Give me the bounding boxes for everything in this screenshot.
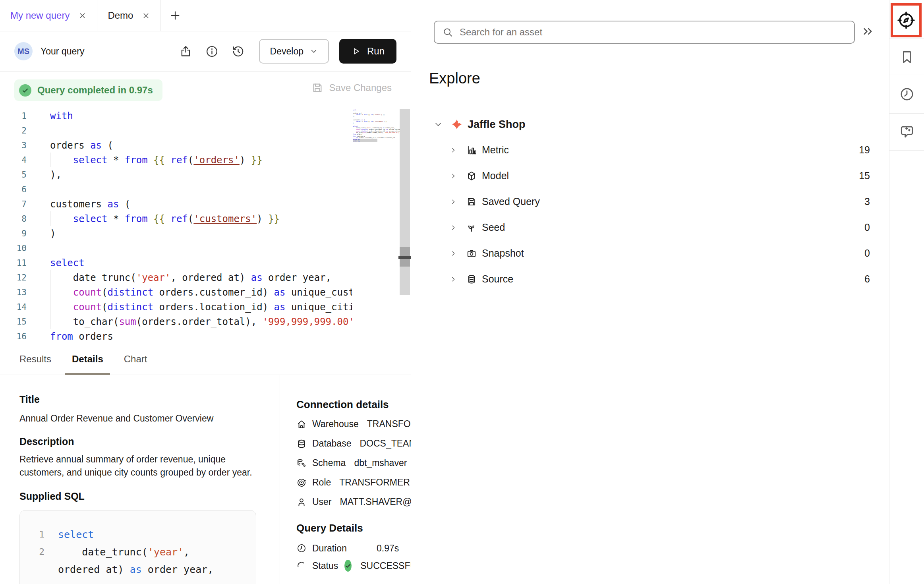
code-line[interactable]: 13 count(distinct orders.customer_id) as… bbox=[0, 285, 411, 300]
code-line[interactable]: 7customers as ( bbox=[0, 197, 411, 211]
tree-item-label: Seed bbox=[482, 222, 505, 233]
save-icon bbox=[311, 82, 323, 94]
code-line[interactable]: 11select bbox=[0, 255, 411, 270]
code-line[interactable]: 9) bbox=[0, 226, 411, 241]
source-icon bbox=[466, 274, 477, 284]
code-line[interactable]: 4 select * from {{ ref('orders') }} bbox=[0, 153, 411, 167]
chevron-right-icon[interactable] bbox=[450, 198, 457, 205]
line-number: 16 bbox=[0, 332, 27, 341]
chevron-right-icon[interactable] bbox=[450, 172, 457, 180]
run-label: Run bbox=[367, 46, 385, 57]
supplied-sql-heading: Supplied SQL bbox=[19, 490, 264, 502]
tree-item-source[interactable]: Source6 bbox=[412, 266, 889, 292]
code-line[interactable]: 14 count(distinct orders.location_id) as… bbox=[0, 300, 411, 314]
line-number: 1 bbox=[0, 111, 27, 121]
run-button[interactable]: Run bbox=[339, 39, 396, 64]
tree-item-model[interactable]: Model15 bbox=[412, 163, 889, 189]
code-line[interactable]: 1with bbox=[0, 108, 411, 123]
connection-value: TRANSFORM bbox=[367, 419, 411, 429]
rail-divider bbox=[889, 113, 924, 114]
play-icon bbox=[351, 46, 361, 56]
rail-divider bbox=[889, 39, 924, 39]
history-icon[interactable] bbox=[232, 45, 245, 58]
chat-sparkle-icon bbox=[899, 124, 915, 140]
asset-tree: Jaffle ShopMetric19Model15Saved Query3Se… bbox=[412, 112, 889, 292]
line-number: 14 bbox=[0, 302, 27, 312]
editor-minimap[interactable]: withorders as ( select * from {{ ref('or… bbox=[353, 109, 400, 142]
code-line[interactable]: 12 date_trunc('year', ordered_at) as ord… bbox=[0, 270, 411, 285]
line-number: 11 bbox=[0, 258, 27, 268]
share-icon[interactable] bbox=[179, 45, 192, 58]
chevron-right-icon[interactable] bbox=[450, 147, 457, 154]
bookmark-icon bbox=[899, 49, 915, 65]
line-number: 9 bbox=[0, 229, 27, 238]
project-name: Jaffle Shop bbox=[468, 118, 526, 131]
line-number: 12 bbox=[0, 273, 27, 282]
title-heading: Title bbox=[19, 393, 264, 405]
success-check-icon bbox=[19, 84, 31, 97]
metric-icon bbox=[466, 145, 477, 155]
tree-item-snapshot[interactable]: Snapshot0 bbox=[412, 240, 889, 266]
editor-scrollbar[interactable] bbox=[400, 109, 410, 295]
code-line[interactable]: 3orders as ( bbox=[0, 138, 411, 153]
editor-tab-demo[interactable]: Demo bbox=[97, 0, 161, 31]
details-right-column: Connection details WarehouseTRANSFORMDat… bbox=[280, 375, 411, 584]
sql-line: 1select bbox=[20, 526, 256, 543]
query-title: Your query bbox=[41, 46, 84, 57]
line-number: 3 bbox=[0, 141, 27, 150]
search-icon bbox=[443, 27, 453, 37]
collapse-panel-button[interactable] bbox=[862, 25, 874, 37]
right-icon-rail bbox=[889, 0, 924, 584]
tree-item-metric[interactable]: Metric19 bbox=[412, 137, 889, 163]
avatar: MS bbox=[14, 42, 33, 60]
chevron-down-icon[interactable] bbox=[434, 120, 443, 129]
code-line[interactable]: 16from orders bbox=[0, 329, 411, 344]
chevron-right-icon[interactable] bbox=[450, 276, 457, 283]
tab-chart[interactable]: Chart bbox=[124, 343, 147, 375]
close-icon[interactable] bbox=[78, 12, 87, 20]
code-line[interactable]: 2 bbox=[0, 123, 411, 138]
save-changes-button[interactable]: Save Changes bbox=[311, 82, 392, 94]
connection-row-role: RoleTRANSFORMER bbox=[296, 473, 411, 492]
close-icon[interactable] bbox=[142, 12, 150, 20]
code-line[interactable]: 5), bbox=[0, 167, 411, 182]
info-icon[interactable] bbox=[205, 45, 218, 58]
tab-results[interactable]: Results bbox=[19, 343, 51, 375]
user-icon bbox=[296, 497, 307, 507]
details-panel: Title Annual Order Revenue and Customer … bbox=[0, 375, 411, 584]
develop-label: Develop bbox=[270, 46, 303, 57]
new-tab-button[interactable] bbox=[161, 0, 189, 31]
query-status-badge: Query completed in 0.97s bbox=[14, 79, 162, 101]
code-line[interactable]: 15 to_char(sum(orders.order_total), '999… bbox=[0, 314, 411, 329]
rail-bookmarks-button[interactable] bbox=[889, 40, 924, 75]
connection-row-user: UserMATT.SHAVER@FI bbox=[296, 492, 411, 512]
check-icon bbox=[21, 87, 29, 94]
tree-item-count: 3 bbox=[864, 196, 870, 207]
code-line[interactable]: 8 select * from {{ ref('customers') }} bbox=[0, 211, 411, 226]
tree-item-count: 0 bbox=[864, 248, 870, 259]
asset-search-input[interactable]: Search for an asset bbox=[434, 21, 855, 44]
code-line[interactable]: 6 bbox=[0, 182, 411, 197]
compass-icon bbox=[897, 11, 915, 29]
tab-details[interactable]: Details bbox=[72, 343, 103, 375]
tree-item-saved-query[interactable]: Saved Query3 bbox=[412, 189, 889, 215]
schema-icon bbox=[296, 458, 307, 468]
explore-panel: Search for an asset Explore Jaffle ShopM… bbox=[412, 0, 889, 584]
chevron-right-icon[interactable] bbox=[450, 224, 457, 231]
chevron-right-icon[interactable] bbox=[450, 250, 457, 257]
rail-explore-button-active[interactable] bbox=[891, 3, 922, 37]
develop-dropdown[interactable]: Develop bbox=[259, 39, 329, 64]
code-area[interactable]: 1with23orders as (4 select * from {{ ref… bbox=[0, 108, 411, 344]
scrollbar-handle[interactable] bbox=[398, 256, 411, 259]
line-number: 7 bbox=[0, 199, 27, 209]
line-number: 5 bbox=[0, 170, 27, 180]
code-line[interactable]: 10 bbox=[0, 241, 411, 255]
rail-history-button[interactable] bbox=[889, 75, 924, 113]
role-icon bbox=[296, 478, 307, 488]
connection-value: dbt_mshaver bbox=[354, 458, 407, 468]
tree-project-jaffle-shop[interactable]: Jaffle Shop bbox=[412, 112, 889, 137]
sql-editor[interactable]: Query completed in 0.97s Save Changes 1w… bbox=[0, 72, 411, 343]
editor-tab-my-new-query[interactable]: My new query bbox=[0, 0, 97, 31]
tree-item-seed[interactable]: Seed0 bbox=[412, 215, 889, 240]
rail-assistant-button[interactable] bbox=[889, 114, 924, 150]
